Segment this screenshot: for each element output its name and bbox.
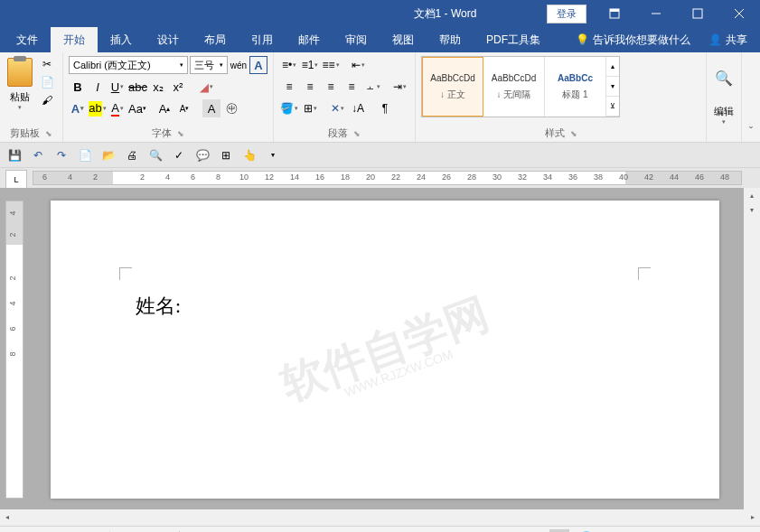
numbering-button[interactable]: ≡1 [300, 56, 320, 74]
tell-me-search[interactable]: 💡 告诉我你想要做什么 [567, 33, 699, 48]
share-button[interactable]: 👤 共享 [699, 33, 756, 48]
superscript-button[interactable]: x² [169, 78, 187, 96]
document-text[interactable]: 姓名: [136, 293, 181, 320]
vertical-scrollbar[interactable]: ▴ ▾ [744, 188, 760, 509]
tab-mailings[interactable]: 邮件 [286, 27, 333, 52]
tab-pdf-tools[interactable]: PDF工具集 [474, 27, 553, 52]
minimize-icon[interactable] [635, 0, 677, 27]
read-mode-icon[interactable]: 📖 [522, 529, 542, 533]
font-size-combo[interactable]: 三号▾ [190, 56, 228, 74]
grow-font-button[interactable]: A▴ [155, 99, 174, 117]
style-no-spacing[interactable]: AaBbCcDd ↓ 无间隔 [483, 57, 545, 117]
copy-icon[interactable]: 📄 [38, 74, 56, 90]
open-icon[interactable]: 📂 [99, 146, 117, 164]
styles-expand-icon[interactable]: ⊻ [606, 97, 619, 117]
borders-button[interactable]: ⊞ [300, 99, 320, 117]
styles-gallery[interactable]: AaBbCcDd ↓ 正文 AaBbCcDd ↓ 无间隔 AaBbCc 标题 1… [421, 56, 620, 117]
login-button[interactable]: 登录 [547, 5, 586, 23]
horizontal-ruler[interactable]: 6 4 2 2 4 6 8 10 12 14 16 18 20 22 24 26… [33, 171, 742, 185]
ribbon-display-options-icon[interactable] [594, 0, 635, 27]
styles-launcher[interactable]: ⬊ [570, 129, 577, 138]
web-layout-icon[interactable]: 🌐 [577, 529, 596, 533]
tab-help[interactable]: 帮助 [427, 27, 474, 52]
tab-home[interactable]: 开始 [51, 27, 98, 52]
tab-references[interactable]: 引用 [239, 27, 286, 52]
titlebar: 文档1 - Word 登录 [0, 0, 760, 27]
italic-button[interactable]: I [89, 78, 107, 96]
vertical-ruler[interactable]: 4 2 2 4 6 8 [5, 201, 23, 499]
save-icon[interactable]: 💾 [5, 146, 23, 164]
multilevel-list-button[interactable]: ≡≡ [321, 56, 341, 74]
draw-table-icon[interactable]: ⊞ [217, 146, 235, 164]
font-name-combo[interactable]: Calibri (西文正文)▾ [69, 56, 188, 74]
strikethrough-button[interactable]: abc [128, 78, 147, 96]
tab-design[interactable]: 设计 [145, 27, 192, 52]
subscript-button[interactable]: x₂ [149, 78, 167, 96]
clipboard-launcher[interactable]: ⬊ [45, 129, 52, 138]
font-launcher[interactable]: ⬊ [177, 129, 184, 138]
print-preview-icon[interactable]: 🔍 [146, 146, 164, 164]
print-layout-icon[interactable]: ▦ [549, 529, 569, 533]
shrink-font-button[interactable]: A▾ [175, 99, 193, 117]
redo-icon[interactable]: ↷ [52, 146, 70, 164]
scroll-left-icon[interactable]: ◂ [0, 509, 14, 524]
undo-icon[interactable]: ↶ [29, 146, 47, 164]
style-normal[interactable]: AaBbCcDd ↓ 正文 [422, 57, 483, 117]
highlight-button[interactable]: ab [89, 99, 107, 117]
sort-button[interactable]: ↓A [348, 99, 368, 117]
tab-selector[interactable]: L [5, 170, 27, 190]
new-doc-icon[interactable]: 📄 [76, 146, 94, 164]
scroll-right-icon[interactable]: ▸ [746, 509, 760, 524]
cut-icon[interactable]: ✂ [38, 56, 56, 72]
align-right-button[interactable]: ≡ [321, 78, 341, 96]
clear-formatting-icon[interactable]: ◢ [198, 78, 216, 96]
style-heading-1[interactable]: AaBbCc 标题 1 [545, 57, 606, 117]
watermark: 软件自学网 [273, 285, 496, 414]
collapse-ribbon-icon[interactable]: ˇ [742, 52, 760, 142]
bold-button[interactable]: B [69, 78, 87, 96]
horizontal-scrollbar[interactable]: ◂ ▸ [0, 509, 760, 526]
bullets-button[interactable]: ≡• [279, 56, 299, 74]
tab-view[interactable]: 视图 [380, 27, 427, 52]
paragraph-launcher[interactable]: ⬊ [353, 129, 361, 138]
touch-mode-icon[interactable]: 👆 [240, 146, 258, 164]
align-distribute-button[interactable]: ⫠ [362, 78, 382, 96]
edit-group-label[interactable]: 编辑 [714, 105, 734, 118]
tab-insert[interactable]: 插入 [98, 27, 145, 52]
maximize-icon[interactable] [677, 0, 718, 27]
increase-indent-button[interactable]: ⇥ [389, 78, 409, 96]
phonetic-guide-icon[interactable]: wén [230, 56, 248, 74]
character-shading-icon[interactable]: A [202, 99, 220, 117]
tab-file[interactable]: 文件 [4, 27, 51, 52]
svg-rect-1 [610, 9, 619, 12]
asian-layout-button[interactable]: ✕ [327, 99, 347, 117]
align-center-button[interactable]: ≡ [300, 78, 320, 96]
show-paragraph-marks-button[interactable]: ¶ [375, 99, 395, 117]
tab-review[interactable]: 审阅 [333, 27, 380, 52]
scroll-down-icon[interactable]: ▾ [744, 202, 760, 217]
styles-scroll-up-icon[interactable]: ▴ [606, 57, 619, 77]
svg-rect-3 [693, 9, 702, 18]
paste-button[interactable]: 粘贴 ▾ [5, 56, 34, 113]
text-effects-button[interactable]: A [69, 99, 87, 117]
qat-customize-icon[interactable]: ▾ [264, 146, 282, 164]
insert-comment-icon[interactable]: 💬 [193, 146, 211, 164]
tab-layout[interactable]: 布局 [192, 27, 239, 52]
spelling-icon[interactable]: ✓ [170, 146, 188, 164]
document-page[interactable]: 姓名: 软件自学网 WWW.RJZXW.COM [51, 201, 719, 499]
find-icon[interactable]: 🔍 [715, 70, 733, 87]
format-painter-icon[interactable]: 🖌 [38, 92, 56, 108]
character-border-icon[interactable]: A [249, 56, 267, 74]
close-icon[interactable] [718, 0, 760, 27]
font-color-button[interactable]: A [108, 99, 127, 117]
align-left-button[interactable]: ≡ [279, 78, 299, 96]
styles-scroll-down-icon[interactable]: ▾ [606, 77, 619, 97]
enclose-characters-icon[interactable]: ㊥ [222, 99, 240, 117]
quick-print-icon[interactable]: 🖨 [123, 146, 141, 164]
shading-button[interactable]: 🪣 [279, 99, 299, 117]
decrease-indent-button[interactable]: ⇤ [348, 56, 368, 74]
scroll-up-icon[interactable]: ▴ [744, 188, 760, 202]
align-justify-button[interactable]: ≡ [342, 78, 361, 96]
underline-button[interactable]: U [108, 78, 127, 96]
change-case-button[interactable]: Aa▾ [128, 99, 146, 117]
